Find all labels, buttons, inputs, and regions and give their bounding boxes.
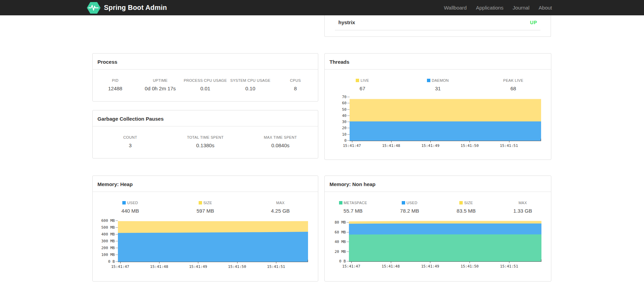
nav-item-applications[interactable]: Applications — [476, 5, 504, 11]
application-row[interactable]: hystrix UP — [335, 15, 540, 30]
stat-label: SIZE — [203, 201, 212, 205]
stat-uptime: UPTIME 0d 0h 2m 17s — [138, 78, 183, 91]
stat-value: 3 — [93, 142, 168, 148]
stat-system-cpu-usage: SYSTEM CPU USAGE 0.10 — [228, 78, 273, 91]
stat-used: USED 440 MB — [93, 201, 168, 214]
live-swatch-icon — [356, 79, 359, 82]
used-swatch-icon — [122, 201, 126, 204]
application-name: hystrix — [338, 19, 355, 25]
stat-max-time-spent: MAX TIME SPENT 0.0840s — [243, 135, 318, 148]
stat-value: 55.7 MB — [325, 208, 381, 214]
threads-chart: 01020304050607015:41:4715:41:4815:41:491… — [350, 97, 541, 141]
stat-value: 440 MB — [93, 208, 168, 214]
stat-max: MAX 4.25 GB — [243, 201, 318, 214]
stat-label: PEAK LIVE — [503, 78, 523, 82]
stat-label: USED — [407, 201, 417, 205]
brand-link[interactable]: Spring Boot Admin — [87, 0, 167, 15]
heap-legend: USED 440 MB SIZE 597 MB MAX 4.25 GB — [93, 201, 318, 214]
stat-peak-live: PEAK LIVE 68 — [476, 78, 551, 91]
stat-value: 1.33 GB — [494, 208, 551, 214]
stat-label: METASPACE — [344, 201, 367, 205]
nav-item-wallboard[interactable]: Wallboard — [444, 5, 467, 11]
nav-item-journal[interactable]: Journal — [513, 5, 530, 11]
panel-title: Memory: Non heap — [325, 176, 551, 192]
stat-process-cpu-usage: PROCESS CPU USAGE 0.01 — [183, 78, 228, 91]
stat-value: 0.1380s — [168, 142, 243, 148]
stat-value: 78.2 MB — [381, 208, 438, 214]
process-panel: Process PID 12488 UPTIME 0d 0h 2m 17s PR… — [92, 53, 318, 102]
applications-panel: hystrix UP — [324, 15, 551, 37]
garbage-collection-panel: Garbage Collection Pauses COUNT 3 TOTAL … — [92, 110, 318, 158]
process-stats: PID 12488 UPTIME 0d 0h 2m 17s PROCESS CP… — [93, 78, 318, 91]
size-swatch-icon — [459, 201, 463, 204]
stat-size: SIZE 597 MB — [168, 201, 243, 214]
stat-label: LIVE — [361, 78, 369, 82]
panel-title: Threads — [325, 54, 551, 70]
stat-metaspace: METASPACE 55.7 MB — [325, 201, 381, 214]
app-logo-icon — [87, 2, 101, 14]
stat-total-time-spent: TOTAL TIME SPENT 0.1380s — [168, 135, 243, 148]
stat-label: MAX — [276, 201, 285, 205]
stat-value: 4.25 GB — [243, 208, 318, 214]
used-swatch-icon — [402, 201, 405, 204]
stat-size: SIZE 83.5 MB — [438, 201, 494, 214]
nav-item-about[interactable]: About — [539, 5, 552, 11]
memory-nonheap-chart: 0 B20 MB40 MB60 MB80 MB15:41:4715:41:481… — [349, 220, 541, 262]
status-badge: UP — [530, 20, 537, 25]
stat-cpus: CPUS 8 — [273, 78, 318, 91]
memory-heap-chart: 0 B100 MB200 MB300 MB400 MB500 MB600 MB1… — [118, 220, 308, 262]
panel-title: Garbage Collection Pauses — [93, 110, 318, 126]
stat-value: 67 — [325, 86, 400, 91]
threads-legend: LIVE 67 DAEMON 31 PEAK LIVE 68 — [325, 78, 551, 91]
stat-label: SIZE — [464, 201, 473, 205]
daemon-swatch-icon — [427, 79, 430, 82]
stat-value: 0.10 — [228, 86, 273, 91]
stat-label: DAEMON — [432, 78, 449, 82]
stat-value: 0d 0h 2m 17s — [138, 86, 183, 91]
stat-label: TOTAL TIME SPENT — [187, 135, 224, 139]
stat-value: 12488 — [93, 86, 138, 91]
nonheap-legend: METASPACE 55.7 MB USED 78.2 MB SIZE 83.5… — [325, 201, 551, 214]
stat-pid: PID 12488 — [93, 78, 138, 91]
stat-label: CPUS — [290, 78, 301, 82]
size-swatch-icon — [199, 201, 202, 204]
nav-links: Wallboard Applications Journal About — [444, 0, 552, 15]
stat-label: SYSTEM CPU USAGE — [230, 78, 271, 82]
panel-title: Process — [93, 54, 318, 70]
stat-label: MAX — [519, 201, 527, 205]
stat-value: 83.5 MB — [438, 208, 494, 214]
metaspace-swatch-icon — [339, 201, 342, 204]
stat-used: USED 78.2 MB — [381, 201, 438, 214]
stat-value: 68 — [476, 86, 551, 91]
stat-label: PROCESS CPU USAGE — [184, 78, 227, 82]
stat-value: 597 MB — [168, 208, 243, 214]
stat-value: 8 — [273, 86, 318, 91]
navbar: Spring Boot Admin Wallboard Applications… — [0, 0, 644, 15]
memory-nonheap-panel: Memory: Non heap METASPACE 55.7 MB USED … — [324, 176, 551, 282]
threads-panel: Threads LIVE 67 DAEMON 31 PEAK LIVE 68 0… — [324, 53, 551, 160]
gc-stats: COUNT 3 TOTAL TIME SPENT 0.1380s MAX TIM… — [93, 135, 318, 148]
stat-label: COUNT — [123, 135, 137, 139]
stat-label: USED — [127, 201, 138, 205]
stat-value: 31 — [400, 86, 475, 91]
stat-daemon: DAEMON 31 — [400, 78, 475, 91]
stat-value: 0.0840s — [243, 142, 318, 148]
stat-label: UPTIME — [153, 78, 168, 82]
stat-label: PID — [112, 78, 118, 82]
stat-count: COUNT 3 — [93, 135, 168, 148]
panel-title: Memory: Heap — [93, 176, 318, 192]
memory-heap-panel: Memory: Heap USED 440 MB SIZE 597 MB MAX… — [92, 176, 318, 282]
stat-value: 0.01 — [183, 86, 228, 91]
stat-label: MAX TIME SPENT — [264, 135, 297, 139]
stat-max: MAX 1.33 GB — [494, 201, 551, 214]
brand-title: Spring Boot Admin — [104, 4, 167, 12]
stat-live: LIVE 67 — [325, 78, 400, 91]
